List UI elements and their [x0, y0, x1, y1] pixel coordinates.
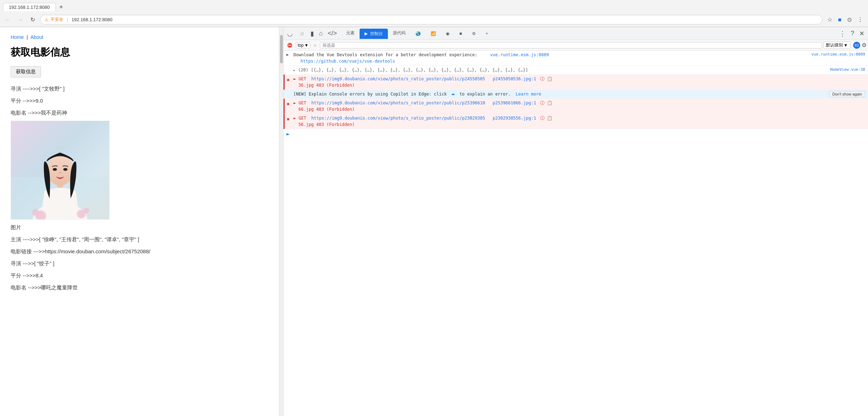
console-msg-error-1: ✖ ► GET https://img9.doubanio.com/view/p…: [284, 75, 868, 90]
copilot-icon: ▬: [452, 92, 454, 97]
new-tab-button[interactable]: +: [57, 2, 65, 12]
settings-icon: ⚙: [472, 31, 476, 36]
nav-separator: |: [27, 34, 28, 40]
svg-point-6: [63, 168, 68, 171]
error-2-info-btns: ⓘ 📋: [540, 100, 552, 105]
error-icon-3: ✖: [287, 116, 290, 123]
refresh-button[interactable]: ↻: [28, 15, 37, 24]
movie-name-line-1: 电影名 -->>>我不是药神: [11, 109, 268, 117]
top-frame-arrow: ▼: [304, 43, 309, 48]
error-3-url2[interactable]: p2302930556.jpg:1: [493, 116, 536, 121]
tab-settings-devtools[interactable]: ⚙: [467, 29, 481, 39]
vue-devtools-github-link[interactable]: https://github.com/vuejs/vue-devtools: [301, 59, 395, 64]
expand-more-arrow[interactable]: ►: [286, 131, 290, 137]
network-icon: 🌏: [415, 31, 421, 36]
top-frame-selector[interactable]: top ▼: [296, 42, 310, 48]
devtools-close-btn[interactable]: ✕: [857, 28, 867, 39]
mem-icon: ◉: [446, 31, 449, 36]
rating-line-1: 平分 -->>>9.0: [11, 97, 268, 105]
error-2-url[interactable]: https://img9.doubanio.com/view/photo/s_r…: [311, 100, 485, 105]
console-toolbar: ⛔ top ▼ ○ 默认级别 ▼ 83 ⚙: [284, 40, 868, 51]
movie-name-line-2: 电影名 -->>>哪吒之魔童降世: [11, 283, 268, 292]
tab-console[interactable]: ▶ 控制台: [360, 29, 388, 39]
scrollbar-thumb[interactable]: [280, 35, 283, 63]
filter-input[interactable]: [320, 42, 822, 48]
extensions-button[interactable]: ■: [836, 15, 844, 24]
console-settings-btn[interactable]: ⚙: [862, 42, 867, 48]
vue-devtools-link-1[interactable]: vue.runtime.esm.js:8809: [490, 52, 549, 57]
home-link[interactable]: Home: [11, 34, 24, 40]
obj-count: (20): [298, 68, 308, 73]
tab-application[interactable]: ■: [454, 29, 467, 39]
svg-point-4: [47, 155, 73, 185]
devtools-panel: ◡ ◽ ▮ ⌂ </> 元素 ▶ 控制台 源代码 🌏: [284, 27, 868, 416]
home-btn[interactable]: ⌂: [317, 28, 325, 39]
tab-memory[interactable]: ◉: [441, 29, 454, 39]
copilot-learn-more[interactable]: Learn more: [516, 92, 541, 97]
homeview-ref[interactable]: HomeView.vue:38: [830, 67, 865, 73]
console-body: ▶ vue.runtime.esm.js:8809 Download the V…: [284, 51, 868, 416]
devtools-more-btn[interactable]: ⋮: [837, 28, 848, 39]
address-bar: ← → ↻ ⚠ 不安全 | 192.168.1.172:8080 ☆ ■ ⊙ ⋮: [0, 13, 868, 27]
device-mode-btn[interactable]: ◽: [296, 28, 308, 39]
security-icon: ⚠: [45, 17, 48, 22]
expand-row: ►: [284, 129, 868, 139]
devtools-toolbar: ◡ ◽ ▮ ⌂ </> 元素 ▶ 控制台 源代码 🌏: [284, 27, 868, 40]
active-tab[interactable]: 192.168.1.172:8080: [3, 3, 56, 11]
tab-elements[interactable]: 元素: [341, 28, 360, 39]
error-3-url[interactable]: https://img9.doubanio.com/view/photo/s_r…: [311, 116, 485, 121]
page-title: 获取电影信息: [11, 46, 268, 59]
error-1-url[interactable]: https://img9.doubanio.com/view/photo/s_r…: [311, 76, 485, 81]
app-icon: ■: [459, 31, 462, 36]
console-ban-btn[interactable]: ⛔: [285, 42, 295, 48]
devtools-help-btn[interactable]: ?: [849, 28, 856, 39]
forward-button[interactable]: →: [16, 15, 25, 24]
vue-devtools-text: Download the Vue Devtools extension for …: [293, 52, 549, 57]
console-msg-copilot: [NEW] Explain Console errors by using Co…: [284, 90, 868, 99]
fetch-button[interactable]: 获取信息: [11, 66, 41, 77]
tab-add[interactable]: +: [481, 29, 493, 39]
error-2-url2[interactable]: p2539661066.jpg:1: [493, 100, 536, 105]
console-msg-objects: ► (20) [{…}, {…}, {…}, {…}, {…}, {…}, {……: [284, 66, 868, 75]
error-1-url2[interactable]: p2455050536.jpg:1: [493, 76, 536, 81]
expand-icon-vue[interactable]: ▶: [286, 52, 289, 58]
tab-bar: 192.168.1.172:8080 +: [0, 0, 868, 13]
nav-links: Home | About: [11, 34, 268, 40]
tab-network[interactable]: 🌏: [410, 29, 426, 39]
error-2-method: ► GET: [293, 100, 309, 105]
vue-msg-ref[interactable]: vue.runtime.esm.js:8809: [811, 52, 865, 58]
tab-title: 192.168.1.172:8080: [9, 5, 50, 10]
dont-show-again-btn[interactable]: Don't show again: [829, 91, 865, 97]
obj-items: [{…}, {…}, {…}, {…}, {…}, {…}, {…}, {…},…: [311, 68, 528, 73]
sep: |: [67, 17, 68, 22]
level-selector[interactable]: 默认级别 ▼: [823, 41, 850, 49]
sidebar-btn[interactable]: ▮: [308, 28, 316, 39]
console-msg-vue: ▶ vue.runtime.esm.js:8809 Download the V…: [284, 51, 868, 66]
star-button[interactable]: ☆: [825, 15, 834, 24]
console-tab-label: 控制台: [370, 31, 383, 36]
director-line-1: 寻演 ---->>>[ "文牧野" ]: [11, 85, 268, 93]
address-text: 192.168.1.172:8080: [71, 17, 112, 22]
top-frame-label: top: [298, 43, 304, 48]
inspect-element-btn[interactable]: ◡: [285, 28, 295, 39]
error-3-info-btns: ⓘ 📋: [540, 116, 552, 121]
console-eye-btn[interactable]: ○: [312, 42, 319, 48]
console-icon: ▶: [365, 31, 368, 36]
tab-performance[interactable]: 📶: [426, 29, 441, 39]
address-input-bar[interactable]: ⚠ 不安全 | 192.168.1.172:8080: [40, 15, 822, 24]
source-tab-label: 源代码: [393, 30, 406, 35]
back-button[interactable]: ←: [3, 15, 13, 24]
level-arrow: ▼: [844, 43, 848, 48]
webpage-scrollbar[interactable]: [279, 27, 284, 416]
settings-button[interactable]: ⋮: [855, 15, 865, 24]
obj-expand-arrow[interactable]: ►: [293, 68, 296, 72]
about-link[interactable]: About: [30, 34, 43, 40]
code-btn[interactable]: </>: [326, 28, 339, 39]
perf-icon: 📶: [431, 31, 436, 36]
error-1-info-btns: ⓘ 📋: [540, 76, 552, 81]
tab-source[interactable]: 源代码: [388, 28, 410, 39]
rating-line-2: 平分 -->>>8.4: [11, 271, 268, 280]
profile-button[interactable]: ⊙: [845, 15, 854, 24]
svg-point-5: [53, 168, 57, 171]
error-2-status: 66.jpg 403 (Forbidden): [298, 107, 355, 112]
